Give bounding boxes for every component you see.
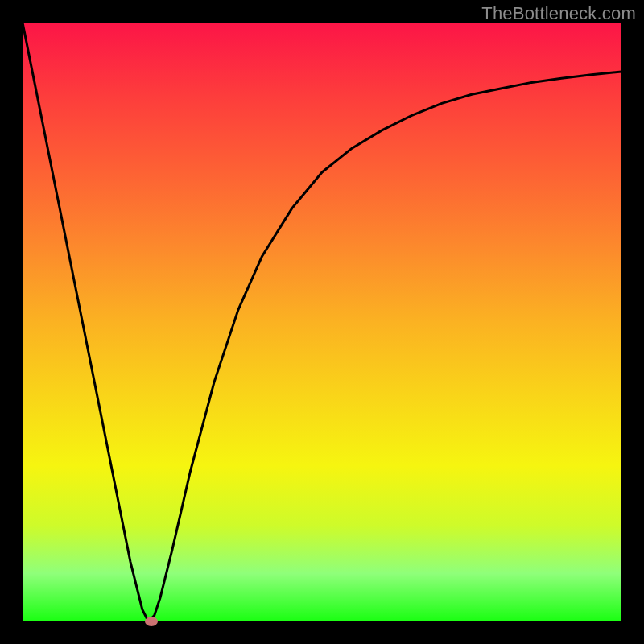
chart-plot-area <box>23 23 621 621</box>
bottleneck-curve <box>23 23 621 621</box>
watermark-text: TheBottleneck.com <box>481 3 636 24</box>
optimal-point-marker <box>145 617 158 626</box>
